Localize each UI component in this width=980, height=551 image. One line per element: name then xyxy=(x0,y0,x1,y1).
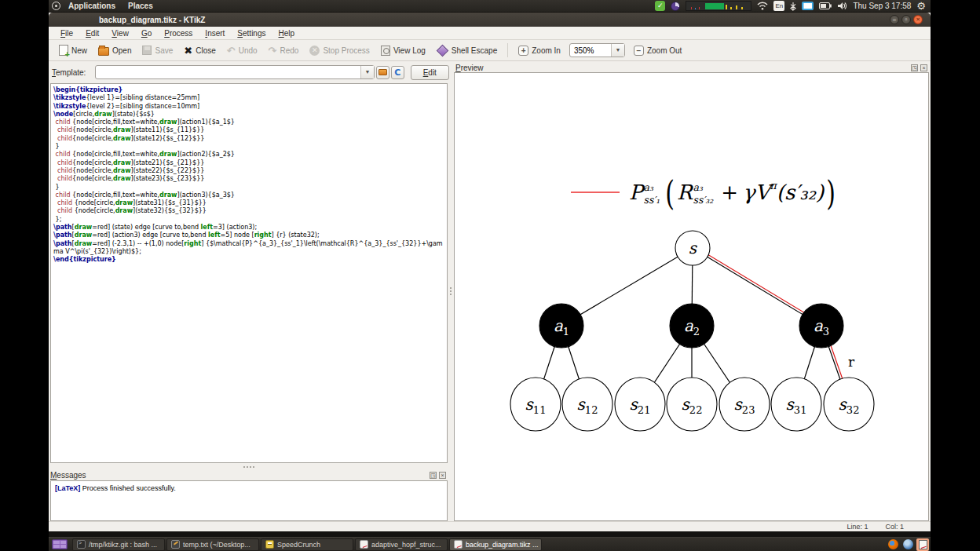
open-button[interactable]: Open xyxy=(94,43,135,58)
terminal-icon xyxy=(77,540,86,549)
editor-messages-splitter[interactable] xyxy=(50,463,448,470)
ktikz-window: backup_diagram.tikz - KTikZ – ▫ × File E… xyxy=(49,13,931,531)
zoom-combo-arrow[interactable]: ▼ xyxy=(611,44,624,57)
taskbar-button[interactable]: SpeedCrunch xyxy=(261,538,353,551)
taskbar-button[interactable]: adaptive_hopf_struc... xyxy=(355,538,448,551)
mail-icon[interactable] xyxy=(802,2,814,10)
menu-go[interactable]: Go xyxy=(136,28,157,38)
menu-process[interactable]: Process xyxy=(159,28,198,38)
ktikz-icon xyxy=(360,540,368,549)
stop-process-button[interactable]: ✕Stop Process xyxy=(305,43,373,58)
taskbar-button[interactable]: /tmp/ktikz.git : bash ... xyxy=(72,538,165,551)
window-title: backup_diagram.tikz - KTikZ xyxy=(49,16,205,24)
close-file-icon: ✖ xyxy=(184,46,192,56)
template-row: Template: ▼ C Edit xyxy=(49,63,449,82)
menu-insert[interactable]: Insert xyxy=(199,28,230,38)
shell-escape-icon xyxy=(437,44,449,57)
shell-escape-button[interactable]: Shell Escape xyxy=(433,43,501,58)
top-panel: Applications Places ✓ En xyxy=(49,0,931,13)
wifi-icon[interactable] xyxy=(757,2,768,10)
ktikz-icon xyxy=(454,540,463,549)
toolbar: New Open Save ✖Close ↶Undo ↷Redo ✕Stop P… xyxy=(49,40,931,61)
app-tray-icon[interactable] xyxy=(901,538,914,551)
svg-text:s: s xyxy=(689,239,698,257)
template-edit-button[interactable]: Edit xyxy=(411,65,449,80)
menu-settings[interactable]: Settings xyxy=(232,28,271,38)
messages-header: Messages ◳ × xyxy=(50,470,448,480)
redo-button[interactable]: ↷Redo xyxy=(265,43,303,58)
zoom-out-icon: − xyxy=(634,46,644,56)
session-gear-icon[interactable]: ⚙ xyxy=(916,1,926,11)
template-input[interactable] xyxy=(96,68,360,77)
code-editor[interactable]: \begin{tikzpicture}\tikzstyle{level 1}=[… xyxy=(50,83,448,463)
places-menu[interactable]: Places xyxy=(123,1,158,11)
menu-file[interactable]: File xyxy=(55,28,79,38)
toolbar-separator xyxy=(507,43,508,57)
applications-menu[interactable]: Applications xyxy=(64,1,120,11)
bluetooth-icon[interactable] xyxy=(790,2,796,11)
template-combo-arrow[interactable]: ▼ xyxy=(360,66,374,78)
close-button[interactable]: ✖Close xyxy=(180,43,219,58)
svg-text:r: r xyxy=(848,354,855,370)
stop-icon: ✕ xyxy=(309,46,320,56)
messages-log[interactable]: [LaTeX] Process finished successfully. xyxy=(50,480,448,521)
minimize-button[interactable]: – xyxy=(890,15,899,24)
bottom-panel: /tmp/ktikz.git : bash ...temp.txt (~/Des… xyxy=(49,537,931,551)
zoom-level-combo[interactable]: ▼ xyxy=(569,43,625,57)
view-log-button[interactable]: View Log xyxy=(377,43,430,58)
close-window-button[interactable]: × xyxy=(913,15,923,24)
redo-icon: ↷ xyxy=(269,46,277,56)
menu-help[interactable]: Help xyxy=(273,28,301,38)
ktikz-tray-icon[interactable] xyxy=(916,538,929,551)
save-button[interactable]: Save xyxy=(138,43,177,57)
workspace-switcher[interactable] xyxy=(52,539,68,549)
undo-icon: ↶ xyxy=(227,46,236,56)
desktop-gap xyxy=(49,531,931,537)
desktop-stage: Applications Places ✓ En xyxy=(0,0,980,551)
calculator-icon xyxy=(265,540,274,549)
taskbar-window-list: /tmp/ktikz.git : bash ...temp.txt (~/Des… xyxy=(72,538,542,551)
template-browse-button[interactable] xyxy=(376,66,389,79)
updates-ok-icon[interactable]: ✓ xyxy=(655,1,665,11)
time-tracker-icon[interactable] xyxy=(671,2,680,11)
zoom-in-button[interactable]: +Zoom In xyxy=(514,43,565,58)
firefox-tray-icon[interactable] xyxy=(887,538,899,551)
zoom-in-icon: + xyxy=(518,46,528,56)
battery-icon[interactable] xyxy=(819,2,832,9)
clock[interactable]: Thu Sep 3 17:58 xyxy=(853,2,911,10)
system-monitor-graph[interactable] xyxy=(686,1,751,11)
menu-edit[interactable]: Edit xyxy=(80,28,104,38)
zoom-level-input[interactable] xyxy=(570,46,611,55)
template-combo[interactable]: ▼ xyxy=(95,65,375,79)
latex-message: Process finished successfully. xyxy=(80,484,175,492)
view-log-icon xyxy=(381,46,390,56)
maximize-button[interactable]: ▫ xyxy=(901,15,911,24)
keyboard-layout-indicator[interactable]: En xyxy=(773,1,784,11)
statusbar: Line: 1 Col: 1 xyxy=(49,521,931,531)
status-col: Col: 1 xyxy=(885,523,904,531)
new-button[interactable]: New xyxy=(55,42,91,58)
undo-button[interactable]: ↶Undo xyxy=(223,43,261,58)
messages-title: Messages xyxy=(50,471,86,480)
new-file-icon xyxy=(59,45,68,56)
preview-title: Preview xyxy=(455,64,484,72)
preview-header: Preview ◳ × xyxy=(455,63,929,72)
distro-logo-icon xyxy=(52,2,60,10)
preview-close-icon[interactable]: × xyxy=(920,64,927,71)
save-icon xyxy=(142,46,152,55)
text-editor-icon xyxy=(171,540,180,549)
messages-float-icon[interactable]: ◳ xyxy=(430,472,437,479)
preview-canvas[interactable]: P a₃ss′₁ ( R a₃ss′₃₂ + γ V π (s′₃₂) ) sa… xyxy=(454,72,929,521)
window-titlebar[interactable]: backup_diagram.tikz - KTikZ – ▫ × xyxy=(49,13,931,27)
taskbar-button[interactable]: temp.txt (~/Desktop... xyxy=(166,538,259,551)
volume-icon[interactable] xyxy=(837,2,847,10)
open-folder-icon xyxy=(98,47,109,56)
template-reload-button[interactable]: C xyxy=(391,66,404,79)
preview-float-icon[interactable]: ◳ xyxy=(911,64,918,71)
editor-preview-splitter[interactable] xyxy=(448,61,454,521)
taskbar-button[interactable]: backup_diagram.tikz ... xyxy=(449,538,542,551)
menu-view[interactable]: View xyxy=(106,28,134,38)
diagram-svg: sa1a2a3s11s12s21s22s23s31s32r xyxy=(455,73,929,521)
messages-close-icon[interactable]: × xyxy=(439,472,446,479)
zoom-out-button[interactable]: −Zoom Out xyxy=(630,43,686,58)
